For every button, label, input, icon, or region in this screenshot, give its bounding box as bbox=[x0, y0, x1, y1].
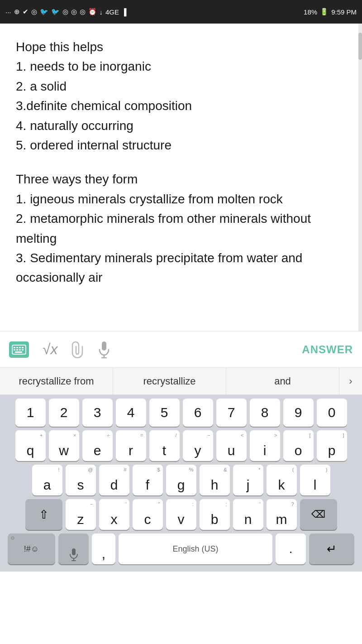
sqrt-button[interactable]: √x bbox=[43, 341, 58, 358]
answer-button[interactable]: ANSWER bbox=[302, 343, 353, 356]
enter-key[interactable]: ↵ bbox=[309, 533, 354, 564]
content-area: Hope this helps 1. needs to be inorganic… bbox=[0, 24, 362, 332]
key-f[interactable]: $f bbox=[133, 465, 163, 495]
gear-icon: ⚙ bbox=[10, 535, 15, 541]
key-j[interactable]: *j bbox=[233, 465, 263, 495]
keyboard-icon bbox=[9, 341, 29, 358]
toolbar: √x ANSWER bbox=[0, 332, 362, 368]
key-l[interactable]: )l bbox=[300, 465, 330, 495]
status-icons-left: ··· ⊕ ✔ ◎ 🐦 🐦 ◎ ◎ ◎ ⏰ ↓ 4GE ▐ bbox=[5, 8, 127, 16]
alarm-icon: ⏰ bbox=[88, 8, 97, 16]
autocomplete-bar: recrystallize from recrystallize and › bbox=[0, 368, 362, 395]
autocomplete-item-2[interactable]: recrystallize bbox=[113, 368, 226, 394]
keyboard-row-asdf: !a @s #d $f %g &h *j (k )l bbox=[2, 465, 360, 495]
chrome-icon-3: ◎ bbox=[71, 8, 77, 16]
key-2[interactable]: 2 bbox=[49, 399, 79, 427]
key-z[interactable]: −z bbox=[66, 499, 96, 530]
keyboard-toggle-button[interactable] bbox=[9, 341, 29, 358]
svg-rect-4 bbox=[22, 347, 24, 348]
backspace-key[interactable]: ⌫ bbox=[300, 499, 337, 530]
key-3[interactable]: 3 bbox=[82, 399, 113, 427]
paperclip-icon bbox=[71, 341, 84, 358]
key-0[interactable]: 0 bbox=[317, 399, 347, 427]
key-i[interactable]: >i bbox=[250, 430, 280, 461]
key-s[interactable]: @s bbox=[66, 465, 96, 495]
svg-rect-7 bbox=[19, 349, 21, 351]
mic-button[interactable] bbox=[98, 341, 110, 359]
key-5[interactable]: 5 bbox=[149, 399, 180, 427]
signal-4g-label: 4GE bbox=[105, 8, 119, 16]
key-e[interactable]: ÷e bbox=[82, 430, 113, 461]
check-icon: ✔ bbox=[23, 8, 29, 16]
key-m[interactable]: ?m bbox=[267, 499, 297, 530]
key-7[interactable]: 7 bbox=[216, 399, 247, 427]
status-bar: ··· ⊕ ✔ ◎ 🐦 🐦 ◎ ◎ ◎ ⏰ ↓ 4GE ▐ 18% 🔋 9:59… bbox=[0, 0, 362, 24]
key-k[interactable]: (k bbox=[267, 465, 297, 495]
key-b[interactable]: ;b bbox=[200, 499, 230, 530]
keyboard-row-numbers: 1 2 3 4 5 6 7 8 9 0 bbox=[2, 399, 360, 427]
twitter-icon-1: 🐦 bbox=[40, 8, 48, 16]
key-q[interactable]: +q bbox=[15, 430, 46, 461]
shift-key[interactable]: ⇧ bbox=[25, 499, 62, 530]
chrome-icon-4: ◎ bbox=[80, 8, 86, 16]
key-6[interactable]: 6 bbox=[183, 399, 213, 427]
comma-key[interactable]: , bbox=[92, 533, 115, 564]
svg-rect-9 bbox=[15, 351, 22, 353]
time-display: 9:59 PM bbox=[331, 8, 357, 16]
content-line-7: Three ways they form bbox=[16, 169, 346, 189]
key-a[interactable]: !a bbox=[32, 465, 62, 495]
key-h[interactable]: &h bbox=[200, 465, 230, 495]
key-r[interactable]: =r bbox=[116, 430, 146, 461]
svg-rect-10 bbox=[102, 341, 106, 351]
scrollbar[interactable] bbox=[358, 24, 362, 331]
key-u[interactable]: <u bbox=[216, 430, 247, 461]
content-line-5: 4. naturally occurring bbox=[16, 116, 346, 135]
mic-key[interactable] bbox=[58, 533, 89, 564]
key-1[interactable]: 1 bbox=[15, 399, 46, 427]
key-p[interactable]: ]p bbox=[317, 430, 347, 461]
attachment-button[interactable] bbox=[71, 341, 84, 358]
keyboard-row-qwerty: +q ×w ÷e =r /t −y <u >i [o ]p bbox=[2, 430, 360, 461]
key-y[interactable]: −y bbox=[183, 430, 213, 461]
keyboard-row-zxcv: ⇧ −z 'x "c :v ;b 'n ?m ⌫ bbox=[2, 499, 360, 530]
status-icons-right: 18% 🔋 9:59 PM bbox=[304, 8, 357, 16]
keyboard-row-bottom: ⚙ !#☺ , English (US) . ↵ bbox=[2, 533, 360, 564]
autocomplete-item-1[interactable]: recrystallize from bbox=[0, 368, 113, 394]
key-8[interactable]: 8 bbox=[250, 399, 280, 427]
key-c[interactable]: "c bbox=[133, 499, 163, 530]
sqrt-icon: √x bbox=[43, 341, 58, 358]
key-n[interactable]: 'n bbox=[233, 499, 263, 530]
mic-small-icon bbox=[69, 548, 79, 562]
status-dots: ··· bbox=[5, 8, 11, 16]
content-line-6: 5. ordered internal structure bbox=[16, 135, 346, 155]
keyboard: 1 2 3 4 5 6 7 8 9 0 +q ×w ÷e =r /t −y <u… bbox=[0, 395, 362, 572]
key-9[interactable]: 9 bbox=[283, 399, 314, 427]
content-line-10: 3. Sedimentary minerals precipitate from… bbox=[16, 248, 346, 288]
svg-rect-13 bbox=[72, 548, 76, 555]
chrome-icon-2: ◎ bbox=[62, 8, 68, 16]
svg-rect-2 bbox=[16, 347, 18, 348]
key-t[interactable]: /t bbox=[149, 430, 180, 461]
svg-rect-5 bbox=[14, 349, 15, 351]
key-d[interactable]: #d bbox=[99, 465, 129, 495]
content-line-8: 1. igneous minerals crystallize from mol… bbox=[16, 189, 346, 209]
svg-rect-6 bbox=[16, 349, 18, 351]
scrollbar-thumb[interactable] bbox=[358, 33, 362, 60]
space-key[interactable]: English (US) bbox=[119, 533, 272, 564]
special-chars-key[interactable]: ⚙ !#☺ bbox=[8, 533, 55, 564]
key-x[interactable]: 'x bbox=[99, 499, 129, 530]
content-line-3: 2. a solid bbox=[16, 77, 346, 96]
key-w[interactable]: ×w bbox=[49, 430, 79, 461]
autocomplete-more-button[interactable]: › bbox=[339, 368, 362, 394]
period-key[interactable]: . bbox=[276, 533, 306, 564]
key-v[interactable]: :v bbox=[166, 499, 196, 530]
autocomplete-item-3[interactable]: and bbox=[226, 368, 339, 394]
answer-content: Hope this helps 1. needs to be inorganic… bbox=[16, 37, 346, 288]
svg-rect-1 bbox=[14, 347, 15, 348]
key-o[interactable]: [o bbox=[283, 430, 314, 461]
key-g[interactable]: %g bbox=[166, 465, 196, 495]
content-line-4: 3.definite chemical composition bbox=[16, 96, 346, 115]
key-4[interactable]: 4 bbox=[116, 399, 146, 427]
signal-bars-icon: ▐ bbox=[122, 8, 127, 16]
svg-rect-3 bbox=[19, 347, 21, 348]
